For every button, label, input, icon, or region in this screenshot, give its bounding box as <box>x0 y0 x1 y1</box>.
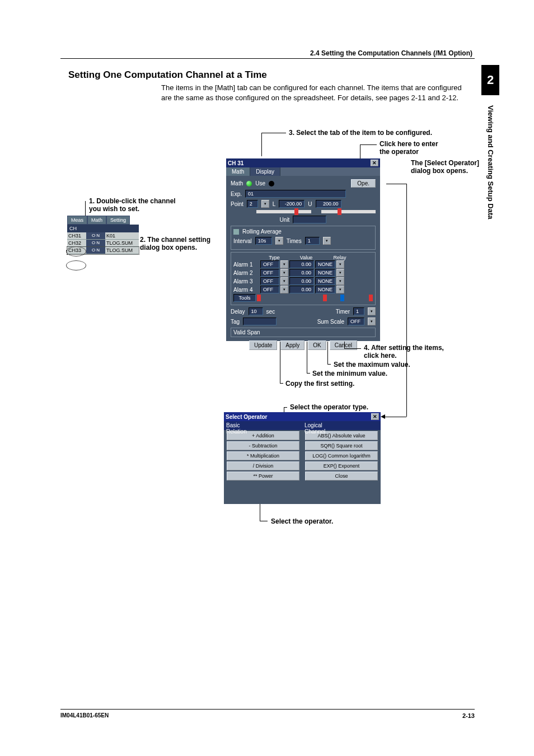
handle-icon[interactable] <box>340 295 344 301</box>
alarm-name: Alarm 3 <box>233 278 259 284</box>
channel-flag: O N <box>86 247 105 254</box>
close-button[interactable]: Close <box>305 472 378 480</box>
footer-doc-id: IM04L41B01-65EN <box>60 712 109 718</box>
operator-sqr[interactable]: SQR() Square root <box>305 441 378 450</box>
annotation-min: Set the minimum value. <box>312 370 387 377</box>
dropdown-icon[interactable]: ▾ <box>280 286 288 293</box>
annotation-text: you wish to set. <box>89 205 176 213</box>
annotation-text: click here. <box>364 352 444 360</box>
dropdown-icon[interactable]: ▾ <box>275 237 283 245</box>
leader-line <box>280 342 280 383</box>
operator-multiplication[interactable]: * Multiplication <box>227 451 299 460</box>
led-icon[interactable] <box>269 181 274 186</box>
alarm-relay-header: Relay <box>323 255 357 260</box>
ope-button[interactable]: Ope. <box>351 179 376 188</box>
operator-log[interactable]: LOG() Common logarithm <box>305 451 378 460</box>
channel-tab-math[interactable]: Math <box>87 216 106 225</box>
alarm-value-field[interactable]: 0.00 <box>289 286 314 293</box>
sidebar-title: Viewing and Creating Setup Data <box>486 105 495 219</box>
annotation-3: 3. Select the tab of the item to be conf… <box>289 129 432 137</box>
ok-button[interactable]: OK <box>308 340 326 350</box>
dropdown-icon[interactable]: ▾ <box>323 237 331 245</box>
u-slider[interactable] <box>321 210 376 213</box>
dropdown-icon[interactable]: ▾ <box>280 269 288 277</box>
alarm-relay-field[interactable]: NONE <box>315 260 335 268</box>
handle-icon[interactable] <box>323 295 327 301</box>
alarm-value-field[interactable]: 0.00 <box>289 269 314 277</box>
unit-label: Unit <box>280 217 290 223</box>
operator-power[interactable]: ** Power <box>227 472 299 480</box>
alarm-type-field[interactable]: OFF <box>260 286 279 293</box>
channel-row[interactable]: CH32 O N TLOG.SUM <box>67 240 139 247</box>
dropdown-icon[interactable]: ▾ <box>280 260 288 268</box>
operator-exp[interactable]: EXP() Exponent <box>305 461 378 470</box>
alarm-group: Type Value Relay Alarm 1 OFF▾ 0.00 NONE▾… <box>231 252 376 305</box>
channel-exp: K01 <box>105 232 139 239</box>
delay-field[interactable]: 10 <box>249 307 263 315</box>
alarm-relay-field[interactable]: NONE <box>315 277 335 285</box>
dropdown-icon[interactable]: ▾ <box>336 286 344 293</box>
annotation-text: 2. The channel setting <box>140 236 210 244</box>
timer-field[interactable]: 1 <box>353 307 364 315</box>
handle-icon[interactable] <box>369 295 373 301</box>
annotation-text: 4. After setting the items, <box>364 344 444 352</box>
channel-tab-meas[interactable]: Meas <box>67 216 87 225</box>
checkbox-icon[interactable] <box>233 229 239 235</box>
dropdown-icon[interactable]: ▾ <box>280 277 288 285</box>
point-field[interactable]: 2 <box>247 200 258 208</box>
l-value-field[interactable]: -200.00 <box>279 200 305 208</box>
dropdown-icon[interactable]: ▾ <box>368 307 376 315</box>
dialog-titlebar: Select Operator ✕ <box>224 412 381 421</box>
leader-line <box>360 144 377 145</box>
annotation-operator-type: Select the operator type. <box>290 403 368 411</box>
alarm-value-field[interactable]: 0.00 <box>289 277 314 285</box>
alarm-type-field[interactable]: OFF <box>260 260 279 268</box>
alarm-type-field[interactable]: OFF <box>260 277 279 285</box>
close-icon[interactable]: ✕ <box>371 413 379 420</box>
leader-line <box>406 184 407 417</box>
alarm-relay-field[interactable]: NONE <box>315 269 335 277</box>
u-value-field[interactable]: 200.00 <box>316 200 341 208</box>
dropdown-icon[interactable]: ▾ <box>368 318 376 325</box>
operator-category-basic[interactable]: Basic Relation <box>224 421 302 430</box>
sumscale-field[interactable]: OFF <box>348 318 364 325</box>
leader-line <box>383 417 406 417</box>
annotation-text: Click here to enter <box>380 140 438 148</box>
update-button[interactable]: Update <box>249 340 277 350</box>
operator-division[interactable]: / Division <box>227 461 299 470</box>
tab-display[interactable]: Display <box>250 167 280 176</box>
l-slider[interactable] <box>256 210 311 213</box>
annotation-text: dialog box opens. <box>411 167 479 175</box>
close-icon[interactable]: ✕ <box>371 160 378 166</box>
tab-math[interactable]: Math <box>226 167 250 176</box>
leader-line <box>386 184 406 184</box>
apply-button[interactable]: Apply <box>280 340 305 350</box>
channel-row[interactable]: CH31 O N K01 <box>67 232 139 240</box>
annotation-text: The [Select Operator] <box>411 159 479 167</box>
times-field[interactable]: 1 <box>305 237 320 245</box>
dropdown-icon[interactable]: ▾ <box>336 260 344 268</box>
operator-subtraction[interactable]: - Subtraction <box>227 441 299 450</box>
annotation-operator: Select the operator. <box>271 517 333 525</box>
use-led-icon[interactable] <box>246 181 252 186</box>
alarm-relay-field[interactable]: NONE <box>315 286 335 293</box>
handle-icon[interactable] <box>257 295 261 301</box>
exp-field[interactable]: 01 <box>245 190 346 198</box>
alarm-type-field[interactable]: OFF <box>260 269 279 277</box>
channel-tab-setting[interactable]: Setting <box>106 216 130 225</box>
operator-category-logical[interactable]: Logical Channel <box>302 421 381 430</box>
dropdown-icon[interactable]: ▾ <box>336 269 344 277</box>
alarm-value-field[interactable]: 0.00 <box>289 260 314 268</box>
leader-line <box>307 342 307 373</box>
annotation-select-operator: The [Select Operator] dialog box opens. <box>411 159 479 175</box>
dropdown-icon[interactable]: ▾ <box>261 200 269 208</box>
annotation-text: the operator <box>380 148 438 156</box>
tag-field[interactable] <box>243 318 277 325</box>
interval-field[interactable]: 10s <box>255 237 272 245</box>
unit-field[interactable] <box>293 216 326 223</box>
select-operator-dialog: Select Operator ✕ Basic Relation + Addit… <box>224 412 381 504</box>
alarm-row: Alarm 4 OFF▾ 0.00 NONE▾ <box>233 286 373 293</box>
channel-table-header: CH <box>67 225 139 232</box>
leader-line <box>261 133 286 133</box>
dropdown-icon[interactable]: ▾ <box>336 277 344 285</box>
